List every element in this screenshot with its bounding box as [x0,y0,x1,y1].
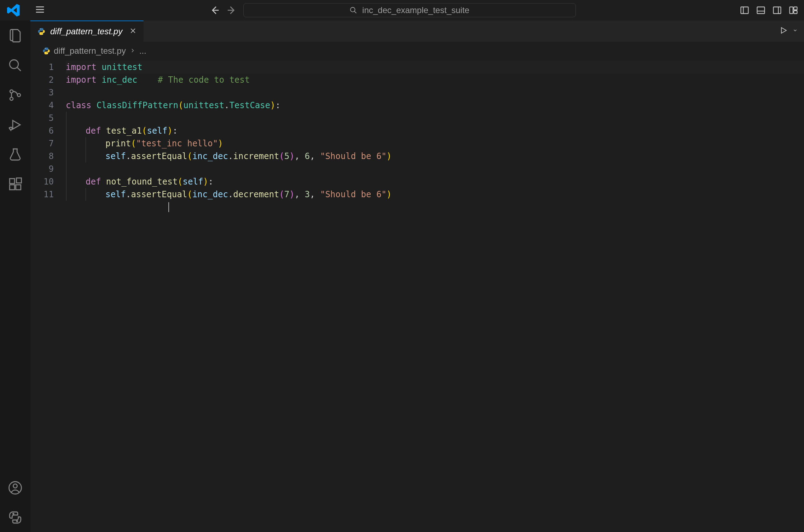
svg-rect-11 [774,7,781,14]
svg-rect-13 [790,7,793,14]
svg-line-17 [17,67,21,71]
activity-bar [0,21,30,532]
breadcrumbs[interactable]: diff_pattern_test.py ... [30,42,804,60]
nav-forward-button[interactable] [226,5,237,16]
svg-line-6 [354,11,357,13]
command-center-text: inc_dec_example_test_suite [362,5,469,15]
source-control-icon[interactable] [8,88,23,103]
search-icon [349,6,357,14]
svg-point-22 [10,127,12,130]
testing-icon[interactable] [8,147,23,162]
chevron-right-icon [129,46,136,56]
tab-diff-pattern-test[interactable]: diff_pattern_test.py [30,21,144,42]
nav-back-button[interactable] [209,5,220,16]
svg-rect-9 [757,7,765,14]
svg-point-30 [17,521,18,522]
svg-point-32 [42,34,43,34]
svg-point-28 [13,484,17,488]
editor-tabs: diff_pattern_test.py [30,21,804,42]
menu-icon[interactable] [35,4,45,16]
svg-point-19 [10,97,13,100]
toggle-panel-icon[interactable] [756,5,766,15]
svg-rect-25 [16,185,21,190]
code-editor[interactable]: 1 2 3 4 5 6 7 8 9 10 11 import unittest … [30,60,804,532]
svg-point-16 [10,60,18,69]
svg-point-29 [13,513,14,514]
python-file-icon [42,47,50,55]
toggle-primary-sidebar-icon[interactable] [740,5,750,15]
python-file-icon [37,28,45,35]
title-bar: inc_dec_example_test_suite [0,0,804,21]
breadcrumb-more: ... [139,46,146,56]
svg-point-5 [351,7,355,12]
explorer-icon[interactable] [8,28,23,43]
svg-rect-14 [794,7,797,10]
svg-rect-23 [10,179,15,183]
vscode-logo-icon [7,4,21,17]
command-center-search[interactable]: inc_dec_example_test_suite [243,3,576,17]
breadcrumb-file: diff_pattern_test.py [54,46,126,56]
svg-point-18 [10,90,13,93]
svg-point-37 [47,53,48,54]
extensions-icon[interactable] [8,177,23,192]
text-cursor [168,202,169,212]
run-dropdown-icon[interactable] [793,28,798,34]
tab-filename: diff_pattern_test.py [50,27,122,36]
accounts-icon[interactable] [8,480,23,495]
svg-rect-26 [17,178,22,183]
svg-marker-35 [781,28,786,33]
run-debug-icon[interactable] [8,117,23,132]
run-file-button[interactable] [779,26,788,36]
code-content[interactable]: import unittest import inc_dec # The cod… [66,61,804,532]
svg-rect-15 [794,11,797,13]
search-icon[interactable] [8,58,23,73]
svg-rect-24 [10,185,15,190]
toggle-secondary-sidebar-icon[interactable] [772,5,782,15]
close-tab-button[interactable] [129,27,137,36]
svg-point-36 [45,48,46,49]
svg-marker-21 [13,121,20,129]
svg-point-31 [40,29,41,29]
customize-layout-icon[interactable] [788,5,798,15]
line-number-gutter: 1 2 3 4 5 6 7 8 9 10 11 [30,61,66,532]
settings-python-icon[interactable] [8,510,23,525]
svg-rect-7 [741,7,748,14]
